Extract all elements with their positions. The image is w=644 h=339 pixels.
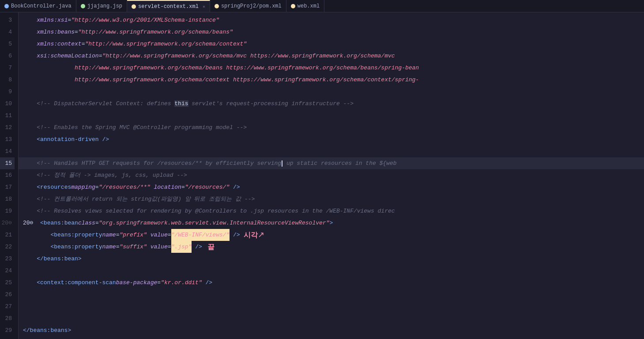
ln-18: 18 — [0, 193, 15, 205]
code-editor: 3 4 5 6 7 8 9 10 11 12 13 14 15 16 17 18… — [0, 12, 644, 339]
tab-icon-jsp — [81, 4, 85, 8]
ln-7: 7 — [0, 62, 15, 74]
tab-icon-xml-pom — [215, 4, 219, 8]
code-line-8: http://www.springframework.org/schema/co… — [19, 74, 644, 86]
line-number-gutter: 3 4 5 6 7 8 9 10 11 12 13 14 15 16 17 18… — [0, 12, 19, 339]
code-line-30 — [19, 336, 644, 339]
tab-label-webxml: web.xml — [298, 3, 320, 9]
ln-30: 30 — [0, 336, 15, 339]
code-line-23: </beans:bean> — [19, 253, 644, 265]
ln-11: 11 — [0, 110, 15, 122]
code-line-20: 20⊖ <beans:bean class = "org.springframe… — [19, 217, 644, 229]
ln-26: 26 — [0, 289, 15, 301]
code-line-3: xmlns:xsi = "http://www.w3.org/2001/XMLS… — [19, 14, 644, 26]
code-line-5: xmlns:context = "http://www.springframew… — [19, 38, 644, 50]
ln-24: 24 — [0, 265, 15, 277]
ln-27: 27 — [0, 301, 15, 312]
annotation-sijak: 시각 — [244, 229, 258, 241]
annotation-arrow-sijak: ↗ — [258, 229, 264, 241]
tab-bookcontroller[interactable]: BookController.java — [0, 0, 76, 12]
tab-servlet-context[interactable]: servlet-context.xml ✕ — [127, 0, 210, 12]
tab-close-servlet[interactable]: ✕ — [203, 4, 205, 9]
ln-8: 8 — [0, 74, 15, 86]
ln-5: 5 — [0, 38, 15, 50]
tab-label-pom: springProj2/pom.xml — [221, 3, 282, 9]
code-line-6: xsi:schemaLocation = "http://www.springf… — [19, 50, 644, 62]
tab-bar: BookController.java jjajang.jsp servlet-… — [0, 0, 644, 12]
code-line-22: <beans:property name = "suffix" value = … — [19, 241, 644, 253]
code-line-21: <beans:property name = "prefix" value = … — [19, 229, 644, 241]
code-line-18: <!-- 컨트롤러에서 return 되는 string값(파일명) 앞 뒤로 … — [19, 193, 644, 205]
code-line-4: xmlns:beans = "http://www.springframewor… — [19, 26, 644, 38]
code-line-26 — [19, 289, 644, 301]
tab-icon-java — [4, 4, 9, 8]
code-line-11 — [19, 110, 644, 122]
tab-icon-xml-web — [291, 4, 295, 8]
value-suffix: ".jsp" — [171, 241, 192, 253]
code-line-28 — [19, 312, 644, 324]
code-line-24 — [19, 265, 644, 277]
ln-16: 16 — [0, 169, 15, 181]
ln-29: 29 — [0, 324, 15, 336]
ln-13: 13 — [0, 133, 15, 145]
tab-label-servlet-context: servlet-context.xml — [138, 4, 199, 10]
code-line-19: <!-- Resolves views selected for renderi… — [19, 205, 644, 217]
code-line-29: </beans:beans> — [19, 324, 644, 336]
tab-jjajang[interactable]: jjajang.jsp — [76, 0, 127, 12]
code-line-13: <annotation-driven /> — [19, 133, 644, 145]
code-line-15: <!-- Handles HTTP GET requests for /reso… — [19, 157, 644, 169]
ln-10: 10 — [0, 98, 15, 110]
tab-pom[interactable]: springProj2/pom.xml — [210, 0, 286, 12]
ln-14: 14 — [0, 145, 15, 157]
tab-webxml[interactable]: web.xml — [286, 0, 324, 12]
tab-label-jjajang: jjajang.jsp — [87, 3, 122, 9]
code-line-27 — [19, 301, 644, 312]
ln-15: 15 — [0, 157, 15, 169]
code-line-9 — [19, 86, 644, 98]
ln-4: 4 — [0, 26, 15, 38]
ln-19: 19 — [0, 205, 15, 217]
code-line-7: http://www.springframework.org/schema/be… — [19, 62, 644, 74]
ln-22: 22 — [0, 241, 15, 253]
tab-icon-xml-active — [132, 4, 136, 9]
code-line-17: <resources mapping = "/resources/**" loc… — [19, 181, 644, 193]
ln-28: 28 — [0, 312, 15, 324]
code-line-16: <!-- 정적 폴더 -> images, js, css, upload --… — [19, 169, 644, 181]
annotation-keul: 끝 — [206, 241, 215, 253]
ln-9: 9 — [0, 86, 15, 98]
ln-23: 23 — [0, 253, 15, 265]
ln-20: 20⊖ — [0, 217, 15, 229]
value-prefix: "/WEB-INF/views/" — [171, 229, 230, 241]
code-line-25: <context:component-scan base-package = "… — [19, 277, 644, 289]
code-line-12: <!-- Enables the Spring MVC @Controller … — [19, 122, 644, 133]
code-line-10: <!-- DispatcherServlet Context: defines … — [19, 98, 644, 110]
ln-12: 12 — [0, 122, 15, 133]
ln-25: 25 — [0, 277, 15, 289]
code-content[interactable]: xmlns:xsi = "http://www.w3.org/2001/XMLS… — [19, 12, 644, 339]
ln-6: 6 — [0, 50, 15, 62]
code-line-14 — [19, 145, 644, 157]
ln-21: 21 — [0, 229, 15, 241]
ln-3: 3 — [0, 14, 15, 26]
ln-17: 17 — [0, 181, 15, 193]
tab-label-bookcontroller: BookController.java — [11, 3, 72, 9]
